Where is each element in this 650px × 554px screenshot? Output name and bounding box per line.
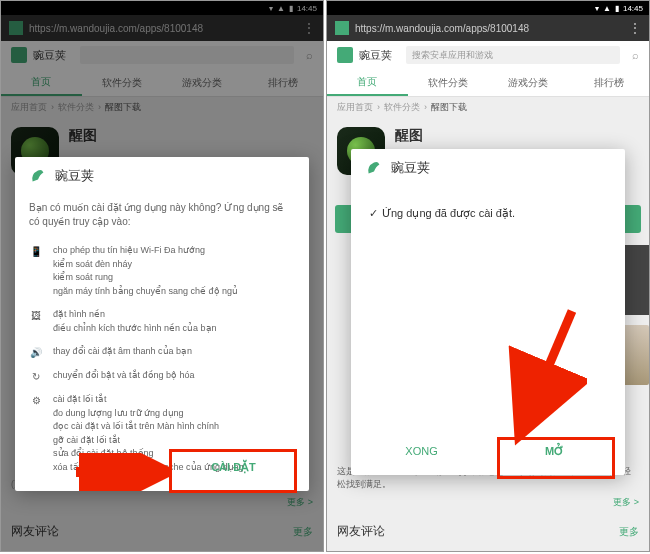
wifi-icon: ▾ (595, 4, 599, 13)
crumb-category[interactable]: 软件分类 (384, 101, 420, 114)
site-favicon (335, 21, 349, 35)
install-dialog: 豌豆荚 Bạn có muốn cài đặt ứng dụng này khô… (15, 157, 309, 491)
installed-text: Ứng dụng đã được cài đặt. (382, 207, 515, 220)
dialog-title: 豌豆荚 (391, 159, 430, 177)
phone-left: ▾ ▲ ▮ 14:45 https://m.wandoujia.com/apps… (0, 0, 324, 552)
reviews-more[interactable]: 更多 (619, 525, 639, 539)
dialog-logo-icon (29, 167, 47, 185)
dialog-header: 豌豆荚 (351, 149, 625, 187)
phone-right: ▾ ▲ ▮ 14:45 https://m.wandoujia.com/apps… (326, 0, 650, 552)
search-icon[interactable]: ⌕ (626, 49, 639, 61)
permission-icon: 🔊 (29, 345, 43, 359)
store-logo-icon (337, 47, 353, 63)
dialog-header: 豌豆荚 (15, 157, 309, 195)
dialog-question: Bạn có muốn cài đặt ứng dụng này không? … (29, 195, 295, 239)
permission-item: 📱cho phép thu tín hiệu Wi-Fi Đa hướngkiể… (29, 239, 295, 303)
permission-text: cho phép thu tín hiệu Wi-Fi Đa hướngkiểm… (53, 244, 238, 298)
browser-menu-icon[interactable]: ⋮ (629, 21, 641, 35)
permission-text: đặt hình nềnđiều chỉnh kích thước hình n… (53, 308, 217, 335)
tab-rank[interactable]: 排行榜 (569, 69, 650, 96)
status-bar: ▾ ▲ ▮ 14:45 (327, 1, 649, 15)
breadcrumb: 应用首页› 软件分类› 醒图下载 (327, 97, 649, 117)
permission-icon: 🖼 (29, 308, 43, 322)
more-link[interactable]: 更多 > (613, 496, 639, 509)
permission-text: chuyển đổi bật và tắt đồng bộ hóa (53, 369, 195, 383)
dialog-title: 豌豆荚 (55, 167, 94, 185)
permission-item: ↻chuyển đổi bật và tắt đồng bộ hóa (29, 364, 295, 388)
install-button[interactable]: CÀI ĐẶT (166, 451, 301, 483)
permission-icon: 📱 (29, 244, 43, 258)
store-header: 豌豆荚 搜索安卓应用和游戏 ⌕ (327, 41, 649, 69)
url-text: https://m.wandoujia.com/apps/8100148 (355, 23, 623, 34)
tab-software[interactable]: 软件分类 (408, 69, 489, 96)
signal-icon: ▲ (603, 4, 611, 13)
cancel-button[interactable]: HỦY (23, 451, 158, 483)
store-name: 豌豆荚 (359, 48, 392, 63)
url-bar: https://m.wandoujia.com/apps/8100148 ⋮ (327, 15, 649, 41)
dialog-actions: HỦY CÀI ĐẶT (15, 443, 309, 491)
installed-message: ✓ Ứng dụng đã được cài đặt. (365, 187, 611, 240)
reviews-section: 网友评论 更多 (327, 515, 649, 548)
permission-item: 🔊thay đổi cài đặt âm thanh của bạn (29, 340, 295, 364)
dialog-body: ✓ Ứng dụng đã được cài đặt. (351, 187, 625, 240)
tab-games[interactable]: 游戏分类 (488, 69, 569, 96)
tab-home[interactable]: 首页 (327, 69, 408, 96)
reviews-title: 网友评论 (337, 523, 385, 540)
check-icon: ✓ (369, 207, 378, 220)
crumb-home[interactable]: 应用首页 (337, 101, 373, 114)
permission-text: thay đổi cài đặt âm thanh của bạn (53, 345, 192, 359)
crumb-current: 醒图下载 (431, 101, 467, 114)
done-button[interactable]: XONG (359, 435, 484, 467)
permission-item: 🖼đặt hình nềnđiều chỉnh kích thước hình … (29, 303, 295, 340)
dialog-body: Bạn có muốn cài đặt ứng dụng này không? … (15, 195, 309, 479)
search-input[interactable]: 搜索安卓应用和游戏 (406, 46, 620, 64)
open-button[interactable]: MỞ (492, 435, 617, 467)
dialog-actions: XONG MỞ (351, 427, 625, 475)
battery-icon: ▮ (615, 4, 619, 13)
clock: 14:45 (623, 4, 643, 13)
nav-tabs: 首页 软件分类 游戏分类 排行榜 (327, 69, 649, 97)
permission-icon: ⚙ (29, 393, 43, 407)
installed-dialog: 豌豆荚 ✓ Ứng dụng đã được cài đặt. XONG MỞ (351, 149, 625, 475)
permission-icon: ↻ (29, 369, 43, 383)
dialog-logo-icon (365, 159, 383, 177)
